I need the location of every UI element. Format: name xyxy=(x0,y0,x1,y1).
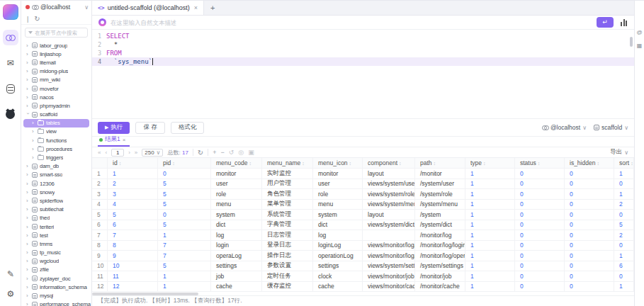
sidebar-item-information-schema[interactable]: ›information_schema xyxy=(21,283,91,291)
sidebar-item-mysql[interactable]: ›mysql xyxy=(21,291,91,300)
cell-status[interactable]: 0 xyxy=(515,210,565,220)
result-tab-1[interactable]: 结果1 × xyxy=(98,135,130,147)
cell-component[interactable]: views/system/role xyxy=(363,189,415,199)
cell-menu_icon[interactable]: clock xyxy=(313,271,363,281)
refresh-icon[interactable]: ↻ xyxy=(34,15,40,23)
table-row[interactable]: 550system系统管理systemlayout/system1000 xyxy=(92,210,634,220)
sort-icon[interactable]: ↕ xyxy=(172,161,175,166)
cell-type[interactable]: 1 xyxy=(465,179,515,189)
cell-id[interactable]: 2 xyxy=(108,179,158,189)
cell-sort[interactable]: 1 xyxy=(614,282,634,292)
chevron-icon[interactable]: › xyxy=(25,113,31,116)
column-header-sort[interactable]: sort↕ xyxy=(614,158,634,168)
cell-is_hidden[interactable]: 0 xyxy=(565,251,614,261)
column-header-menu_icon[interactable]: menu_icon↕ xyxy=(313,158,363,168)
cell-menu_code[interactable]: settings xyxy=(211,261,262,271)
cell-menu_code[interactable]: menu xyxy=(211,200,262,210)
cell-status[interactable]: 0 xyxy=(515,261,565,271)
cell-is_hidden[interactable]: 0 xyxy=(565,189,614,199)
chevron-icon[interactable]: › xyxy=(26,163,30,169)
chevron-icon[interactable]: › xyxy=(26,241,30,247)
sidebar-item-tmms[interactable]: ›tmms xyxy=(21,239,91,248)
cell-sort[interactable]: 0 xyxy=(614,210,634,220)
first-page-button[interactable]: « xyxy=(98,149,101,156)
sidebar-item-scaffold[interactable]: ›scaffold xyxy=(21,110,91,119)
chevron-icon[interactable]: › xyxy=(26,103,30,109)
sidebar-item-thed[interactable]: ›thed xyxy=(21,214,91,222)
cell-menu_name[interactable]: 参数设置 xyxy=(262,261,313,271)
cell-id[interactable]: 10 xyxy=(108,261,158,271)
sidebar-item-zyplayer-doc[interactable]: ›zyplayer_doc xyxy=(21,274,91,283)
sql-editor[interactable]: 1SELECT2 *3FROM4 `sys_menu` xyxy=(92,30,634,119)
cell-component[interactable]: views/monitor/cache xyxy=(363,282,415,292)
cell-menu_code[interactable]: monitor xyxy=(211,169,262,178)
page-number-input[interactable] xyxy=(111,149,124,157)
cell-path[interactable]: /monitor xyxy=(415,169,465,178)
tree-filter-input[interactable] xyxy=(35,30,84,36)
cell-menu_icon[interactable]: operationLog xyxy=(313,251,363,261)
cell-menu_code[interactable]: log xyxy=(211,230,262,240)
chevron-icon[interactable]: › xyxy=(26,198,30,204)
sidebar-item-linjiashop[interactable]: ›linjiashop xyxy=(21,50,91,58)
cell-menu_name[interactable]: 登录日志 xyxy=(262,241,313,251)
edit-icon[interactable]: ▣ xyxy=(248,149,254,156)
column-header-id[interactable]: id↕ xyxy=(108,158,158,168)
cell-component[interactable]: views/system/menu xyxy=(363,200,415,210)
cell-sort[interactable]: 0 xyxy=(614,179,634,189)
cell-type[interactable]: 1 xyxy=(465,210,515,220)
chevron-icon[interactable]: › xyxy=(26,206,30,212)
export-button[interactable]: 导出 ∨ xyxy=(610,148,628,157)
cell-menu_code[interactable]: system xyxy=(211,210,262,220)
chevron-icon[interactable]: › xyxy=(26,94,30,101)
cell-menu_icon[interactable]: role xyxy=(313,189,363,199)
cell-type[interactable]: 1 xyxy=(465,261,515,271)
database-select[interactable]: scaffold ∨ xyxy=(594,124,628,131)
cell-is_hidden[interactable]: 0 xyxy=(565,169,614,178)
cell-type[interactable]: 1 xyxy=(465,189,515,199)
chart-icon[interactable] xyxy=(621,18,627,26)
cell-status[interactable]: 0 xyxy=(515,241,565,251)
cell-id[interactable]: 4 xyxy=(108,200,158,210)
chevron-icon[interactable]: › xyxy=(26,249,30,256)
cell-menu_icon[interactable]: user xyxy=(313,179,363,189)
cell-pid[interactable]: 5 xyxy=(158,220,211,230)
sidebar-item-triggers[interactable]: ›triggers xyxy=(21,153,91,162)
cell-type[interactable]: 1 xyxy=(465,282,515,292)
cell-menu_icon[interactable]: monitor xyxy=(313,169,363,178)
chevron-icon[interactable]: › xyxy=(26,215,30,221)
chevron-icon[interactable]: › xyxy=(26,76,30,83)
table-row[interactable]: 771log日志管理log/monitor/log1002 xyxy=(92,230,634,241)
chevron-icon[interactable]: › xyxy=(32,120,35,126)
scrollbar-thumb[interactable] xyxy=(92,293,198,295)
cell-status[interactable]: 0 xyxy=(515,200,565,210)
delete-row-button[interactable]: − xyxy=(221,149,225,156)
cell-is_hidden[interactable]: 0 xyxy=(565,210,614,220)
sidebar-item-view[interactable]: ›view xyxy=(21,128,91,136)
sort-icon[interactable]: ↕ xyxy=(399,161,402,166)
table-row[interactable]: 10105settings参数设置settingsviews/system/se… xyxy=(92,261,634,272)
sidebar-item-test[interactable]: ›test xyxy=(21,231,91,239)
cell-id[interactable]: 1 xyxy=(108,169,158,178)
cell-component[interactable]: views/system/dict xyxy=(363,220,415,230)
chevron-icon[interactable]: › xyxy=(26,224,30,230)
chevron-icon[interactable]: › xyxy=(32,146,35,152)
cell-path[interactable]: /monitor/log/operation xyxy=(415,251,465,261)
cell-type[interactable]: 1 xyxy=(465,169,515,178)
cell-sort[interactable]: 2 xyxy=(614,230,634,240)
cell-menu_icon[interactable]: cache xyxy=(313,282,363,292)
cell-type[interactable]: 1 xyxy=(465,200,515,210)
sidebar-item-dam-db[interactable]: ›dam_db xyxy=(21,162,91,171)
table-row[interactable]: 997operaLog操作日志operationLogviews/monitor… xyxy=(92,251,634,261)
chevron-icon[interactable]: › xyxy=(26,171,30,178)
table-row[interactable]: 12121cache缓存监控cacheviews/monitor/cache/m… xyxy=(92,282,634,293)
sort-icon[interactable]: ↕ xyxy=(483,161,486,166)
cell-menu_name[interactable]: 菜单管理 xyxy=(262,200,313,210)
cell-status[interactable]: 0 xyxy=(515,179,565,189)
cell-sort[interactable]: 0 xyxy=(614,271,634,281)
editor-line[interactable]: 1SELECT xyxy=(92,32,634,40)
cell-menu_icon[interactable]: log xyxy=(313,230,363,240)
table-row[interactable]: 110monitor实时监控monitorlayout/monitor1001 xyxy=(92,169,634,179)
cell-path[interactable]: /system xyxy=(415,210,465,220)
cell-path[interactable]: /monitor/log/login xyxy=(415,241,465,251)
cell-menu_code[interactable]: user xyxy=(211,179,262,189)
